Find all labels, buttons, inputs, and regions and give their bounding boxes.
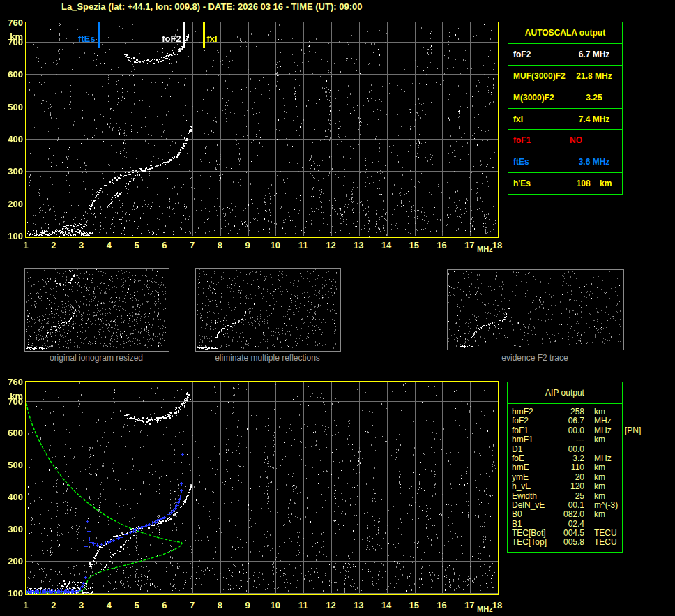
aip-unit: MHz	[594, 416, 625, 426]
x-tick-label: 5	[126, 240, 147, 250]
aip-row-DelN_vE: DelN_vE00.1m^(-3)	[512, 501, 622, 510]
aip-unit: km	[594, 482, 625, 491]
aip-row-hmF1: hmF1---km	[512, 435, 622, 444]
aip-name: foF1	[512, 426, 555, 435]
x-tick-label: 14	[376, 600, 397, 610]
aip-gap	[584, 529, 594, 538]
thumbnail-evidence-f2	[447, 269, 624, 350]
x-tick-label: 13	[348, 600, 369, 610]
autoscala-table-rows: foF26.7 MHzMUF(3000)F221.8 MHzM(3000)F23…	[508, 44, 622, 194]
aip-name: h_vE	[512, 482, 555, 491]
aip-row-TEC[Bot]: TEC[Bot]004.5TECU	[512, 529, 622, 538]
x-tick-label: 14	[376, 240, 397, 250]
autoscala-row-label: M(3000)F2	[508, 87, 566, 108]
aip-name: Ewidth	[512, 492, 555, 501]
aip-val: 3.2	[555, 454, 584, 463]
y-tick-label: 200	[0, 556, 23, 566]
aip-gap	[584, 482, 594, 491]
aip-gap	[584, 416, 594, 426]
aip-row-TEC[Top]: TEC[Top]005.8TECU	[512, 538, 622, 547]
aip-name: hmF1	[512, 435, 555, 444]
autoscala-output-table: AUTOSCALA output foF26.7 MHzMUF(3000)F22…	[508, 22, 623, 195]
y-tick-label: 100	[0, 588, 23, 599]
aip-unit: km	[594, 463, 625, 472]
y-tick-label: 400	[0, 492, 23, 502]
x-axis-unit-label: MHz	[477, 605, 493, 613]
aip-unit: m^(-3)	[594, 501, 625, 510]
ionogram-bottom-canvas	[25, 381, 499, 595]
aip-name: TEC[Bot]	[512, 529, 555, 538]
autoscala-row-label: h'Es	[508, 173, 566, 194]
thumbnail-eliminate-canvas	[196, 269, 339, 350]
aip-row-h_vE: h_vE120km	[512, 482, 622, 491]
aip-gap	[584, 435, 594, 444]
aip-name: TEC[Top]	[512, 538, 555, 547]
x-tick-label: 10	[265, 600, 286, 610]
aip-unit: km	[594, 492, 625, 501]
aip-unit	[594, 445, 625, 454]
autoscala-row-label: foF1	[508, 130, 566, 151]
aip-table-rows: hmF2258kmfoF206.7MHzfoF100.0MHz[PN]hmF1-…	[508, 404, 622, 548]
autoscala-row-foF2: foF26.7 MHz	[508, 44, 622, 66]
x-tick-label: 4	[98, 600, 119, 610]
aip-gap	[584, 463, 594, 472]
y-tick-label: 500	[0, 460, 23, 470]
aip-val: 02.4	[555, 520, 584, 529]
aip-val: 110	[555, 463, 584, 472]
x-tick-label: 15	[404, 600, 425, 610]
marker-label-ftEs: ftEs	[53, 33, 95, 44]
aip-row-foE: foE3.2MHz	[512, 454, 622, 463]
y-axis-unit-label: km	[0, 391, 23, 401]
aip-name: B0	[512, 510, 555, 519]
y-tick-label: 600	[0, 69, 23, 80]
x-tick-label: 16	[431, 240, 452, 250]
x-tick-label: 16	[431, 600, 452, 610]
thumbnail-eliminate-reflections	[195, 268, 341, 352]
aip-val: 258	[555, 407, 584, 416]
x-tick-label: 1	[15, 240, 36, 250]
x-tick-label: 11	[293, 600, 314, 610]
autoscala-row-fxI: fxI7.4 MHz	[508, 109, 622, 130]
x-tick-label: 6	[154, 240, 175, 250]
thumbnail-caption-eliminate: eliminate multiple reflections	[195, 353, 340, 363]
thumbnail-caption-evidence: evidence F2 trace	[447, 353, 623, 363]
autoscala-row-label: ftEs	[508, 151, 566, 172]
aip-unit: TECU	[594, 538, 625, 547]
aip-unit: TECU	[594, 529, 625, 538]
aip-val: 00.0	[555, 426, 584, 435]
thumbnail-original-canvas	[25, 269, 167, 350]
x-tick-label: 2	[43, 600, 64, 610]
autoscala-row-value: 3.6 MHz	[566, 151, 622, 172]
autoscala-row-label: foF2	[508, 44, 566, 65]
marker-label-foF2: foF2	[139, 33, 181, 44]
aip-row-Ewidth: Ewidth25km	[512, 492, 622, 501]
aip-val: 25	[555, 492, 584, 501]
x-tick-label: 6	[154, 600, 175, 610]
autoscala-row-value: 6.7 MHz	[566, 44, 622, 65]
autoscala-table-header: AUTOSCALA output	[508, 22, 622, 44]
x-tick-label: 5	[126, 600, 147, 610]
y-tick-label: 500	[0, 102, 23, 112]
y-tick-label: 200	[0, 199, 23, 209]
aip-gap	[584, 520, 594, 529]
aip-val: 120	[555, 482, 584, 491]
y-tick-label: 600	[0, 428, 23, 438]
aip-val: 00.1	[555, 501, 584, 510]
x-tick-label: 9	[237, 240, 258, 250]
autoscala-row-value: NO	[566, 130, 622, 151]
x-tick-label: 11	[293, 240, 314, 250]
aip-name: DelN_vE	[512, 501, 555, 510]
aip-val: 00.0	[555, 445, 584, 454]
aip-unit	[594, 520, 625, 529]
aip-gap	[584, 426, 594, 435]
aip-gap	[584, 510, 594, 519]
autoscala-row-foF1: foF1NO	[508, 130, 622, 151]
autoscala-row-MUF(3000)F2: MUF(3000)F221.8 MHz	[508, 66, 622, 87]
x-tick-label: 8	[209, 600, 230, 610]
aip-gap	[584, 492, 594, 501]
x-tick-label: 12	[320, 600, 341, 610]
aip-row-hmF2: hmF2258km	[512, 407, 622, 416]
y-tick-label: 760	[0, 377, 23, 387]
aip-unit: km	[594, 407, 625, 416]
aip-val: 005.8	[555, 538, 584, 547]
